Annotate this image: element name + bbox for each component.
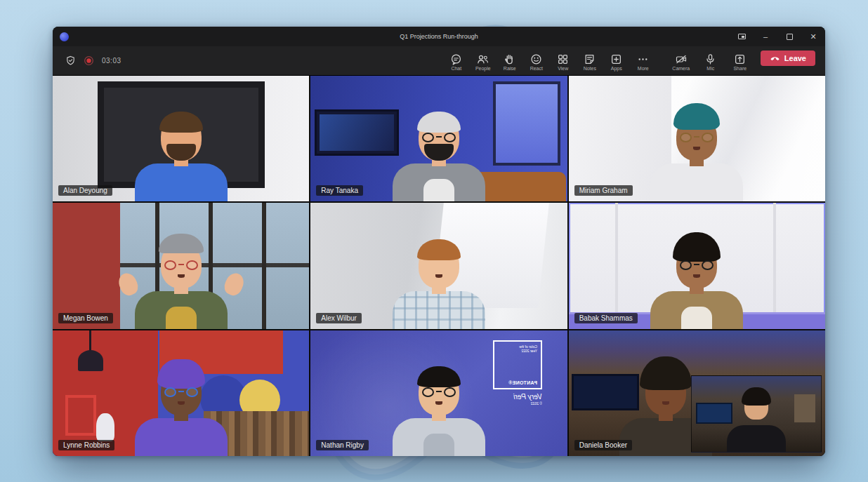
window-controls: – ✕ bbox=[730, 27, 825, 46]
video-tile[interactable]: Megan Bowen bbox=[53, 203, 309, 328]
leave-label: Leave bbox=[784, 54, 806, 62]
poster-caption: Color of the Year 2022 bbox=[513, 344, 537, 353]
pip-window bbox=[794, 394, 815, 422]
video-tile[interactable]: Color of the Year 2022 PANTONE® Very Per… bbox=[310, 330, 567, 456]
raise-hand-button[interactable]: Raise bbox=[497, 51, 523, 71]
camera-off-icon bbox=[675, 53, 688, 65]
pip-icon bbox=[738, 34, 746, 39]
door-frame bbox=[773, 203, 776, 312]
pip-tv-screen bbox=[696, 403, 732, 424]
self-video-pip[interactable] bbox=[691, 375, 822, 453]
share-button[interactable]: Share bbox=[725, 51, 755, 71]
avatar bbox=[376, 239, 502, 329]
more-ellipsis-icon bbox=[637, 53, 649, 65]
meeting-controls-group: Chat People Raise bbox=[443, 51, 825, 71]
lamp-cord bbox=[89, 330, 91, 352]
react-button[interactable]: React bbox=[523, 51, 550, 71]
people-button[interactable]: People bbox=[470, 51, 497, 71]
participant-name: Babak Shammas bbox=[574, 313, 638, 323]
teams-meeting-window: Q1 Projections Run-through – ✕ 03:03 bbox=[53, 27, 825, 456]
participant-name: Megan Bowen bbox=[58, 313, 113, 323]
window-pane bbox=[493, 81, 560, 166]
title-bar: Q1 Projections Run-through – ✕ bbox=[53, 27, 825, 46]
camera-button[interactable]: Camera bbox=[666, 51, 696, 71]
participant-name: Ray Tanaka bbox=[316, 185, 363, 196]
teams-app-icon bbox=[60, 32, 69, 41]
video-tile[interactable]: Miriam Graham bbox=[569, 76, 825, 201]
video-tile[interactable]: Alex Wilbur bbox=[310, 203, 567, 328]
video-tile[interactable]: Alan Deyoung bbox=[53, 76, 309, 201]
red-wall bbox=[53, 203, 120, 328]
notes-icon bbox=[584, 53, 596, 65]
video-tile[interactable]: Daniela Booker bbox=[569, 330, 825, 456]
meeting-toolbar: 03:03 Chat bbox=[53, 46, 825, 76]
window-title: Q1 Projections Run-through bbox=[53, 33, 825, 40]
participant-name: Miriam Graham bbox=[574, 185, 633, 196]
video-tile[interactable]: Ray Tanaka bbox=[310, 76, 567, 201]
raise-hand-icon bbox=[504, 53, 515, 65]
participant-name: Lynne Robbins bbox=[58, 440, 114, 450]
statue bbox=[96, 413, 114, 441]
maximize-icon bbox=[787, 34, 793, 40]
video-tile[interactable]: Lynne Robbins bbox=[53, 330, 309, 456]
pendant-lamp bbox=[78, 350, 103, 371]
pip-mode-button[interactable] bbox=[730, 27, 754, 46]
react-smiley-icon bbox=[530, 53, 542, 65]
maximize-button[interactable] bbox=[777, 27, 801, 46]
participant-name: Alex Wilbur bbox=[316, 313, 362, 323]
avatar bbox=[118, 366, 244, 456]
meeting-status-group: 03:03 bbox=[65, 55, 121, 66]
apps-icon bbox=[610, 53, 622, 65]
notes-button[interactable]: Notes bbox=[577, 51, 603, 71]
view-button[interactable]: View bbox=[550, 51, 577, 71]
share-screen-icon bbox=[734, 53, 746, 65]
meeting-timer: 03:03 bbox=[102, 57, 121, 65]
avatar bbox=[118, 239, 244, 329]
more-button[interactable]: More bbox=[630, 51, 657, 71]
apps-button[interactable]: Apps bbox=[603, 51, 630, 71]
mic-icon bbox=[704, 53, 716, 65]
avatar bbox=[376, 112, 502, 201]
close-button[interactable]: ✕ bbox=[801, 27, 825, 46]
participant-name: Nathan Rigby bbox=[316, 440, 369, 450]
participant-name: Daniela Booker bbox=[574, 440, 632, 450]
participant-name: Alan Deyoung bbox=[58, 185, 112, 196]
view-grid-icon bbox=[557, 53, 569, 65]
shield-check-icon[interactable] bbox=[65, 55, 76, 66]
chat-button[interactable]: Chat bbox=[443, 51, 470, 71]
video-grid: Alan Deyoung Ray Tanaka bbox=[53, 76, 825, 456]
mic-button[interactable]: Mic bbox=[696, 51, 725, 71]
raised-hand bbox=[115, 270, 140, 297]
poster-brand: PANTONE® bbox=[508, 380, 537, 385]
avatar bbox=[118, 112, 244, 201]
door-frame bbox=[615, 203, 618, 312]
art-frame bbox=[65, 395, 96, 436]
recording-indicator-icon[interactable] bbox=[84, 55, 94, 66]
people-icon bbox=[477, 53, 489, 65]
windows-desktop: Q1 Projections Run-through – ✕ 03:03 bbox=[0, 0, 868, 482]
raised-hand bbox=[221, 270, 246, 297]
pip-person-hair bbox=[742, 387, 771, 406]
avatar bbox=[633, 112, 760, 201]
avatar bbox=[376, 366, 502, 456]
pip-person-body bbox=[727, 425, 786, 452]
hang-up-icon bbox=[770, 54, 780, 62]
video-tile[interactable]: Babak Shammas bbox=[569, 203, 825, 328]
avatar bbox=[633, 239, 760, 329]
minimize-button[interactable]: – bbox=[754, 27, 777, 46]
chat-icon bbox=[450, 53, 462, 65]
leave-button[interactable]: Leave bbox=[761, 51, 815, 66]
